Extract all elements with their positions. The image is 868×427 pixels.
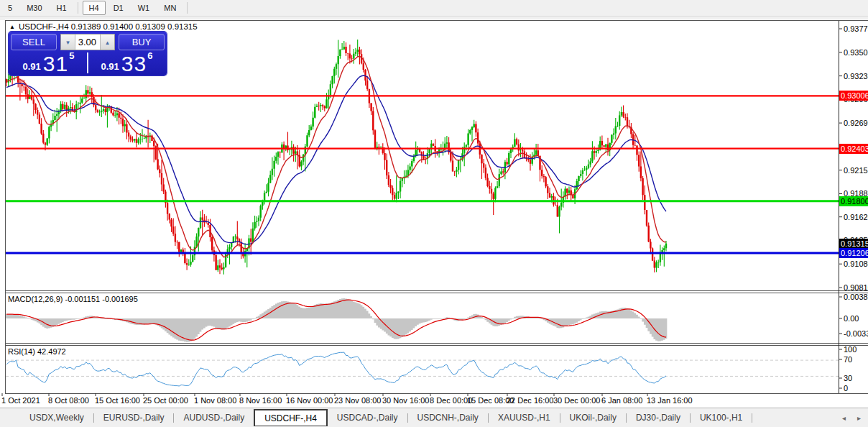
time-tick-label: 13 Jan 16:00 [647, 396, 693, 405]
chart-tab-uk100-h1[interactable]: UK100-,H1 [691, 408, 752, 427]
collapse-arrow-icon[interactable]: ▲ [9, 24, 15, 30]
buy-price-display[interactable]: 0.91336 [89, 52, 165, 73]
sell-price-pip: 5 [69, 50, 74, 61]
chart-tab-usdx-weekly[interactable]: USDX,Weekly [20, 408, 93, 427]
time-tick-label: 8 Nov 16:00 [239, 396, 282, 405]
price-divider [87, 52, 88, 73]
chart-tab-usdcad-daily[interactable]: USDCAD-,Daily [328, 408, 407, 427]
tab-scroll-arrows: ◂▸ [842, 414, 861, 422]
time-tick-label: 23 Nov 08:00 [334, 396, 381, 405]
volume-increase-button[interactable]: ▴ [100, 35, 114, 50]
volume-spinner: ▾ 3.00 ▴ [60, 34, 115, 50]
rsi-axis-label: 100 [844, 345, 857, 354]
price-tick-label: 0.92695 [844, 119, 868, 127]
sell-price-prefix: 0.91 [23, 61, 41, 73]
chart-tab-xauusd-h1[interactable]: XAUUSD-,H1 [489, 408, 560, 427]
rsi-axis-label: 70 [844, 355, 852, 364]
price-tick-label: 0.93775 [844, 24, 868, 33]
volume-input[interactable]: 3.00 [75, 35, 100, 50]
rsi-value: 42.4972 [37, 347, 66, 356]
time-tick-label: 15 Oct 16:00 [95, 396, 140, 405]
time-tick-label: 16 Nov 00:00 [286, 396, 333, 405]
time-tick-label: 6 Jan 08:00 [601, 396, 643, 405]
chart-tab-audusd-daily[interactable]: AUDUSD-,Daily [174, 408, 254, 427]
macd-axis-label: 0.00382 [844, 293, 868, 301]
buy-price-prefix: 0.91 [101, 61, 119, 73]
time-tick-label: 22 Dec 16:00 [507, 396, 553, 405]
chart-header: ▲USDCHF-,H4 0.91389 0.91400 0.91309 0.91… [9, 22, 198, 31]
sell-price-big: 31 [43, 55, 68, 73]
chart-tab-ukoil-daily[interactable]: UKOil-,Daily [560, 408, 626, 427]
time-tick-label: 8 Oct 08:00 [48, 396, 89, 405]
time-tick-label: 30 Dec 00:00 [553, 396, 600, 405]
tab-scroll-left-icon[interactable]: ◂ [842, 414, 846, 422]
chart-tab-bar: USDX,WeeklyEURUSD-,DailyAUDUSD-,DailyUSD… [0, 408, 868, 427]
price-tick-label: 0.92155 [844, 166, 868, 175]
chart-tab-usdcnh-daily[interactable]: USDCNH-,Daily [408, 408, 488, 427]
arrow-down-icon: ▾ [66, 39, 70, 46]
macd-axis-label: -0.0033 [844, 329, 868, 338]
rsi-axis-label: 30 [844, 374, 852, 382]
chart-tab-dj30-daily[interactable]: DJ30-,Daily [627, 408, 690, 427]
chart-tab-eurusd-daily[interactable]: EURUSD-,Daily [94, 408, 174, 427]
buy-price-big: 33 [121, 55, 147, 73]
macd-values: -0.001151 -0.001695 [65, 295, 137, 303]
price-tick-label: 0.93235 [844, 72, 868, 81]
tab-scroll-right-icon[interactable]: ▸ [857, 414, 861, 422]
sell-price-display[interactable]: 0.91315 [11, 52, 86, 73]
arrow-up-icon: ▴ [106, 39, 109, 46]
rsi-axis-label: 0 [844, 384, 848, 392]
volume-decrease-button[interactable]: ▾ [61, 35, 75, 50]
time-tick-label: 25 Oct 00:00 [143, 396, 188, 405]
time-tick-label: 30 Nov 16:00 [382, 396, 429, 405]
sell-button[interactable]: SELL [11, 34, 57, 50]
buy-price-pip: 6 [147, 50, 152, 61]
support-line-badge: 0.91800 [839, 196, 868, 206]
one-click-trading-panel: SELL ▾ 3.00 ▴ BUY 0.91315 0.91336 [9, 32, 167, 75]
chart-tab-usdchf-h4[interactable]: USDCHF-,H4 [254, 409, 328, 426]
time-tick-label: 1 Oct 2021 [1, 396, 40, 405]
macd-axis-label: 0.00 [844, 314, 859, 323]
buy-button[interactable]: BUY [119, 34, 165, 50]
resistance-line-badge: 0.92403 [839, 144, 868, 154]
price-tick-label: 0.93505 [844, 48, 868, 57]
rsi-indicator-label: RSI(14) 42.4972 [8, 347, 66, 356]
macd-indicator-label: MACD(12,26,9) -0.001151 -0.001695 [8, 295, 138, 303]
tab-separator [752, 413, 752, 423]
symbol-ohlc-title: USDCHF-,H4 0.91389 0.91400 0.91309 0.913… [19, 22, 198, 31]
terminal-window: 5M30H1H4D1W1MN ▲USDCHF-,H4 0.91389 0.914… [0, 0, 868, 427]
time-tick-label: 1 Nov 08:00 [194, 396, 236, 405]
current-price-badge: 0.91315 [839, 239, 868, 249]
time-tick-label: 8 Dec 00:00 [430, 396, 472, 405]
support-line-badge: 0.91206 [839, 248, 868, 258]
price-tick-label: 0.90810 [844, 283, 868, 292]
resistance-line-badge: 0.93006 [839, 91, 868, 101]
price-tick-label: 0.91620 [844, 213, 868, 221]
price-tick-label: 0.91080 [844, 260, 868, 268]
